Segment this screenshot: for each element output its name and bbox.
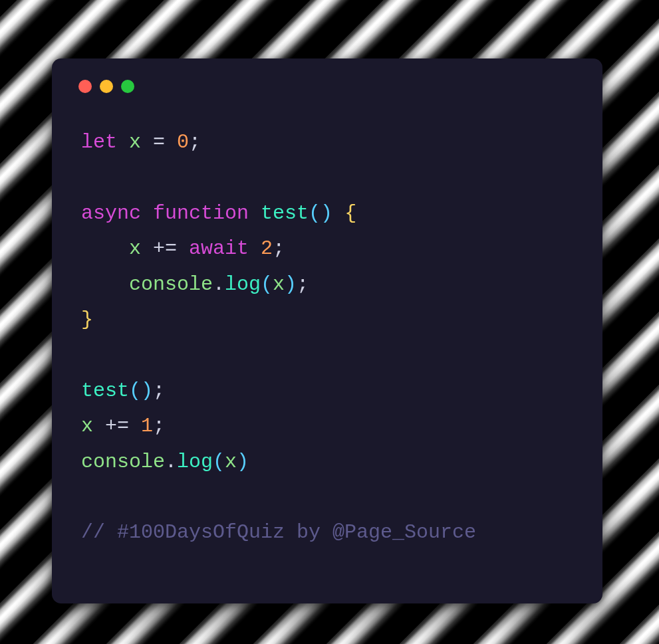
identifier-x: x (129, 131, 141, 154)
semicolon: ; (273, 237, 285, 260)
identifier-x: x (81, 415, 93, 437)
space (93, 415, 105, 437)
method-log: log (177, 451, 213, 473)
indent (81, 237, 129, 260)
identifier-console: console (81, 451, 165, 473)
space (177, 237, 189, 260)
zoom-icon[interactable] (121, 80, 134, 93)
semicolon: ; (189, 131, 201, 154)
dot: . (213, 273, 225, 296)
space (141, 131, 153, 154)
semicolon: ; (297, 273, 309, 296)
space (165, 131, 177, 154)
paren-close: ) (321, 202, 332, 225)
identifier-x: x (129, 237, 141, 260)
brace-open: { (344, 202, 356, 225)
space (129, 415, 141, 437)
brace-close: } (81, 308, 93, 331)
identifier-x: x (273, 273, 285, 296)
paren-open: ( (129, 379, 141, 402)
number-0: 0 (177, 131, 189, 154)
paren-open: ( (213, 451, 225, 473)
space (141, 237, 153, 260)
keyword-await: await (189, 237, 261, 260)
keyword-function: function (153, 202, 261, 225)
identifier-console: console (129, 273, 213, 296)
space (332, 202, 344, 225)
operator-plus-eq: += (105, 415, 129, 437)
minimize-icon[interactable] (100, 80, 113, 93)
window-controls (78, 80, 573, 93)
comment-attribution: // #100DaysOfQuiz by @Page_Source (81, 521, 476, 544)
function-name-test: test (261, 202, 309, 225)
call-test: test (81, 379, 129, 402)
semicolon: ; (153, 379, 165, 402)
indent (81, 273, 129, 296)
paren-close: ) (285, 273, 297, 296)
number-2: 2 (261, 237, 273, 260)
code-block: let x = 0; async function test() { x += … (81, 125, 573, 551)
code-window: let x = 0; async function test() { x += … (52, 58, 602, 603)
operator-plus-eq: += (153, 237, 177, 260)
paren-open: ( (261, 273, 273, 296)
paren-close: ) (237, 451, 249, 473)
keyword-let: let (81, 131, 129, 154)
semicolon: ; (153, 415, 165, 437)
close-icon[interactable] (78, 80, 92, 93)
keyword-async: async (81, 202, 153, 225)
number-1: 1 (141, 415, 153, 437)
paren-open: ( (309, 202, 321, 225)
method-log: log (225, 273, 261, 296)
identifier-x: x (225, 451, 237, 473)
paren-close: ) (141, 379, 153, 402)
operator-eq: = (153, 131, 165, 154)
dot: . (165, 451, 177, 473)
